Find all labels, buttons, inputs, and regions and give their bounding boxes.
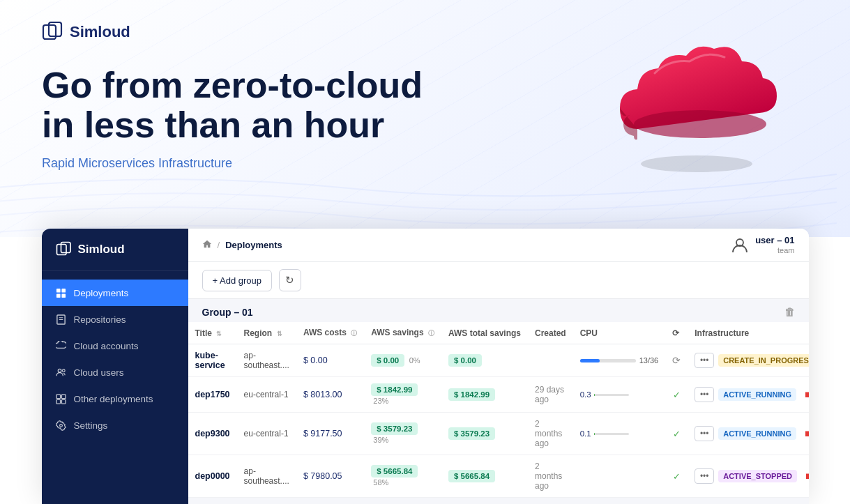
svg-rect-1 [49,22,61,36]
logo-icon [42,21,64,43]
repositories-icon [56,314,67,325]
table-row: kube-service ap-southeast.... $ 0.00 $ 0… [188,344,809,377]
cell-created: 2 months ago [528,455,573,498]
other-deployments-icon [56,393,67,404]
total-savings-badge: $ 5665.84 [448,470,495,482]
col-header-title: Title ⇅ [188,322,237,344]
add-group-label: + Add group [213,275,261,286]
cell-awstotalsavings: $ 1842.99 [441,377,528,413]
cell-title: dep1750 [188,377,237,413]
cell-awssavings: $ 3579.23 39% [364,413,441,455]
check-icon: ✓ [673,390,681,400]
svg-point-14 [62,369,65,372]
cpu-mini-bar [594,433,629,435]
cpu-value: 13/36 [639,356,659,365]
cell-awssavings: $ 0.00 0% [364,344,441,377]
infra-container: ••• ACTIVE_STOPPED ⏹ 🚫 ✏ ••• [695,468,808,484]
infra-dots-button[interactable]: ••• [695,468,714,484]
cell-status-icon: ✓ [665,455,688,498]
delete-group-button[interactable]: 🗑 [784,306,795,318]
cell-status-icon: ✓ [665,413,688,455]
cloud-svg [599,21,794,174]
table-row: dep1750 eu-central-1 $ 8013.00 $ 1842.99… [188,377,809,413]
add-group-button[interactable]: + Add group [202,270,272,291]
breadcrumb-home-icon[interactable] [202,239,212,251]
loading-icon: ⟳ [672,355,681,366]
sidebar-logo-text: Simloud [78,243,125,257]
hero-headline: Go from zero-to-cloud in less than an ho… [42,66,460,145]
infra-container: ••• ACTIVE_RUNNING ⏹ 🚫 ✏ ••• [695,426,808,441]
stop-button[interactable]: ⏹ [801,468,808,484]
app-panel: Simloud Deployments Repositories [42,229,809,504]
sort-icon-region[interactable]: ⇅ [277,330,282,337]
svg-rect-7 [61,288,66,292]
sidebar-logo-icon [56,241,73,258]
check-icon: ✓ [673,471,681,482]
status-badge: CREATE_IN_PROGRESS [718,354,808,367]
svg-point-13 [58,369,61,372]
user-info: user – 01 team [730,235,794,255]
sidebar: Simloud Deployments Repositories [42,229,188,504]
col-header-status-icon: ⟳ [665,322,688,344]
sidebar-logo: Simloud [42,229,188,271]
breadcrumb: / Deployments [202,239,282,251]
cell-created [528,344,573,377]
sidebar-nav: Deployments Repositories Cloud accounts [42,271,188,504]
group-label: Group – 01 [202,307,253,318]
user-text: user – 01 team [755,235,794,255]
cpu-mini-bar [594,394,629,396]
group-header: Group – 01 🗑 [188,299,809,322]
cell-awscosts: $ 8013.00 [296,377,364,413]
deployments-table: Title ⇅ Region ⇅ AWS costs ⓘ AWS savings… [188,322,809,498]
refresh-small-icon: ⟳ [672,328,679,338]
stop-button[interactable]: ⏹ [800,387,808,402]
svg-rect-18 [61,399,66,404]
table-row: dep9300 eu-central-1 $ 9177.50 $ 3579.23… [188,413,809,455]
svg-rect-6 [56,288,61,292]
cell-status-icon: ✓ [665,377,688,413]
deployments-icon [56,287,67,298]
infra-dots-button[interactable]: ••• [695,426,714,441]
col-header-infrastructure: Infrastructure [688,322,808,344]
sidebar-item-cloud-users[interactable]: Cloud users [42,359,188,385]
sidebar-item-deployments-label: Deployments [74,288,129,298]
cell-title: dep0000 [188,455,237,498]
infra-dots-button[interactable]: ••• [695,387,714,402]
savings-pct: 0% [409,356,420,365]
sort-icon-awscosts: ⓘ [351,330,357,337]
user-name: user – 01 [755,235,794,246]
cell-cpu: 0.3 [573,377,666,413]
cell-infrastructure: ••• ACTIVE_STOPPED ⏹ 🚫 ✏ ••• [688,455,808,498]
breadcrumb-separator: / [218,240,220,250]
savings-pct: 39% [373,436,388,444]
savings-badge: $ 1842.99 [371,383,418,396]
status-badge: ACTIVE_RUNNING [718,427,796,440]
refresh-button[interactable]: ↻ [279,269,301,291]
stop-button[interactable]: ⏹ [800,426,808,441]
sort-icon-awssavings: ⓘ [428,330,434,337]
sidebar-item-deployments[interactable]: Deployments [42,280,188,306]
svg-rect-8 [56,293,61,298]
sidebar-item-cloud-accounts[interactable]: Cloud accounts [42,333,188,359]
user-team: team [755,246,794,255]
hero-section: Simloud Go from zero-to-cloud in less th… [0,0,850,237]
sidebar-item-repositories[interactable]: Repositories [42,306,188,333]
cell-awssavings: $ 5665.84 58% [364,455,441,498]
cell-awstotalsavings: $ 5665.84 [441,455,528,498]
savings-badge: $ 3579.23 [371,422,418,435]
svg-rect-16 [61,394,66,398]
cell-region: ap-southeast.... [237,344,296,377]
svg-rect-17 [56,399,61,404]
col-header-region: Region ⇅ [237,322,296,344]
infra-dots-button[interactable]: ••• [695,353,714,368]
status-badge: ACTIVE_STOPPED [718,470,797,482]
cpu-bar-wrap: 0.3 [580,390,659,399]
cpu-bar-wrap: 0.1 [580,429,659,438]
sidebar-item-settings[interactable]: Settings [42,412,188,438]
sidebar-item-other-deployments[interactable]: Other deployments [42,385,188,412]
sort-icon-title[interactable]: ⇅ [216,330,222,337]
col-header-cpu: CPU [573,322,666,344]
sidebar-item-cloud-accounts-label: Cloud accounts [74,341,139,351]
total-savings-badge: $ 0.00 [448,354,482,367]
col-header-awssavings: AWS savings ⓘ [364,322,441,344]
